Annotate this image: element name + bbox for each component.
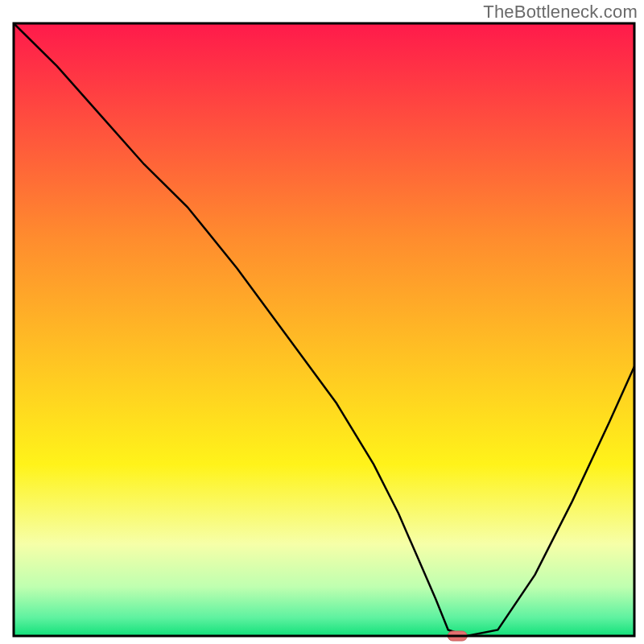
bottleneck-chart [0,0,644,644]
chart-container: TheBottleneck.com [0,0,644,644]
plot-background [14,23,634,636]
watermark-text: TheBottleneck.com [483,2,638,23]
